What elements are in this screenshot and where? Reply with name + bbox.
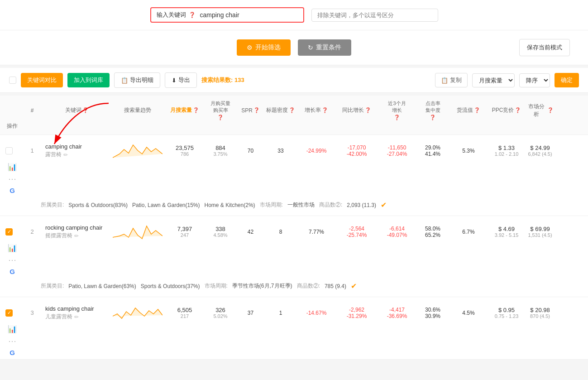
save-mode-button[interactable]: 保存当前模式 (519, 39, 570, 56)
row-2-actions: 📊 ⋯ G (5, 244, 19, 275)
keyword-cn-2: 摇摆露营椅 ✏ (45, 232, 109, 240)
row-3-data: 3 kids camping chair 儿童露营椅 ✏ 6,505 217 (0, 297, 588, 359)
reset-conditions-button[interactable]: ↻ 重置条件 (298, 39, 351, 56)
order-dropdown[interactable]: 降序 升序 (519, 73, 550, 87)
bar-chart-icon-2[interactable]: 📊 (8, 244, 17, 252)
row-1-categories: 所属类目: Sports & Outdoors(83%) Patio, Lawn… (0, 197, 588, 216)
google-icon-3[interactable]: G (10, 349, 15, 356)
confirm-button[interactable]: 确定 (555, 73, 579, 87)
more-icon-3[interactable]: ⋯ (8, 336, 16, 346)
table-header-row: # 关键词 ❓ 搜索量趋势 月搜索量 ❓ 月购买量购买率 ❓ SPR ❓ 标题密… (0, 96, 588, 135)
sort-by-dropdown[interactable]: 月搜索量 月购买量 增长率 (472, 73, 515, 87)
more-icon-1[interactable]: ⋯ (8, 174, 16, 184)
row-3-ppc: $ 0.95 0.75 - 1.23 (488, 307, 525, 319)
add-to-vocab-button[interactable]: 加入到词库 (67, 73, 110, 87)
filter-icon: ⚙ (247, 44, 253, 51)
table-row: 3 kids camping chair 儿童露营椅 ✏ 6,505 217 (0, 297, 588, 360)
reset-icon: ↻ (308, 44, 313, 51)
row-3-num: 3 (21, 309, 43, 316)
th-flow: 货流值 ❓ (450, 106, 487, 114)
row-3-search-vol: 6,505 217 (167, 307, 203, 319)
th-trend: 搜索量趋势 (110, 106, 165, 114)
keyword-cn-3: 儿童露营椅 ✏ (45, 313, 109, 321)
keyword-en-3[interactable]: kids camping chair (45, 305, 109, 313)
row-1-growth: -24.99% (298, 148, 335, 154)
verify-icon-1: ✔ (381, 201, 387, 209)
row-3-market: $ 20.98 870 (4.5) (526, 307, 554, 319)
edit-icon-2[interactable]: ✏ (74, 233, 79, 239)
row-1-checkbox[interactable] (5, 147, 19, 154)
th-title-density: 标题密度 ❓ (265, 106, 296, 114)
checkbox-1[interactable] (5, 147, 13, 154)
row-1-data: 1 camping chair 露营椅 ✏ 23,575 786 (0, 135, 588, 197)
start-filter-button[interactable]: ⚙ 开始筛选 (237, 39, 291, 56)
search-count-label: 搜索结果数: 133 (201, 76, 244, 84)
google-icon-1[interactable]: G (10, 187, 15, 194)
row-1-spr: 70 (238, 148, 263, 154)
exclude-keyword-box[interactable] (311, 9, 438, 22)
row-2-keyword: rocking camping chair 摇摆露营椅 ✏ (45, 224, 109, 240)
row-2-ppc: $ 4.69 3.92 - 5.15 (488, 226, 525, 238)
row-1-q3: -11,650 -27.04% (379, 144, 415, 157)
row-1-title-density: 33 (265, 148, 296, 154)
export-button[interactable]: ⬇ 导出 (165, 72, 197, 88)
more-icon-2[interactable]: ⋯ (8, 255, 16, 265)
row-3-growth: -14.67% (298, 310, 335, 316)
row-2-checkbox[interactable] (5, 228, 19, 236)
checkbox-2[interactable] (5, 228, 13, 236)
row-1-ppc: $ 1.33 1.02 - 2.10 (488, 144, 525, 157)
row-2-categories: 所属类目: Patio, Lawn & Garden(63%) Sports &… (0, 278, 588, 297)
th-keyword: 关键词 ❓ (45, 106, 109, 114)
filter-action-bar: ⚙ 开始筛选 ↻ 重置条件 保存当前模式 (0, 30, 588, 65)
keyword-en-1[interactable]: camping chair (45, 143, 109, 151)
bar-chart-icon-3[interactable]: 📊 (8, 325, 17, 333)
row-1-yoy: -17,070 -42.00% (336, 144, 377, 157)
row-2-trend (110, 221, 165, 242)
search-help-icon[interactable]: ❓ (189, 12, 196, 18)
edit-icon-3[interactable]: ✏ (74, 314, 79, 320)
select-all-checkbox[interactable] (9, 77, 16, 84)
row-2-click: 58.0% 65.2% (417, 226, 449, 238)
th-buy: 月购买量购买率 ❓ (205, 100, 236, 120)
sparkline-2 (113, 221, 163, 241)
export-detail-icon: 📋 (121, 77, 128, 84)
row-2-yoy: -2,564 -25.74% (336, 226, 377, 238)
exclude-input[interactable] (317, 12, 432, 19)
row-1-search-vol: 23,575 786 (167, 144, 203, 157)
results-table: # 关键词 ❓ 搜索量趋势 月搜索量 ❓ 月购买量购买率 ❓ SPR ❓ 标题密… (0, 96, 588, 360)
row-1-keyword: camping chair 露营椅 ✏ (45, 143, 109, 159)
row-3-trend (110, 303, 165, 323)
bar-chart-icon-1[interactable]: 📊 (8, 163, 17, 171)
copy-button[interactable]: 📋 复制 (435, 73, 468, 87)
th-growth: 增长率 ❓ (298, 106, 335, 114)
row-2-flow: 6.7% (450, 229, 487, 235)
keyword-cn-1: 露营椅 ✏ (45, 151, 109, 159)
google-icon-2[interactable]: G (10, 268, 15, 275)
row-3-buy: 326 5.02% (205, 307, 236, 319)
row-3-checkbox[interactable] (5, 309, 19, 317)
row-2-search-vol: 7,397 247 (167, 226, 203, 238)
th-click: 点击率集中度 ❓ (417, 100, 449, 120)
sparkline-3 (113, 303, 163, 322)
results-toolbar: 关键词对比 加入到词库 📋 导出明细 ⬇ 导出 搜索结果数: 133 📋 复制 … (0, 68, 588, 93)
keyword-en-2[interactable]: rocking camping chair (45, 224, 109, 232)
row-1-click: 29.0% 41.4% (417, 144, 449, 157)
action-bar-inner: ⚙ 开始筛选 ↻ 重置条件 保存当前模式 (9, 39, 579, 56)
keyword-compare-button[interactable]: 关键词对比 (21, 73, 63, 87)
row-2-buy: 338 4.58% (205, 226, 236, 238)
search-label: 输入关键词 (157, 11, 186, 19)
export-detail-button[interactable]: 📋 导出明细 (114, 72, 160, 88)
row-3-spr: 37 (238, 310, 263, 316)
keyword-search-box[interactable]: 输入关键词 ❓ (150, 7, 304, 23)
edit-icon-1[interactable]: ✏ (63, 152, 68, 158)
copy-icon: 📋 (441, 77, 448, 84)
row-1-flow: 5.3% (450, 148, 487, 154)
row-2-growth: 7.77% (298, 229, 335, 235)
export-icon: ⬇ (172, 77, 177, 84)
checkbox-3[interactable] (5, 309, 13, 317)
th-q3: 近3个月增长 ❓ (379, 100, 415, 120)
search-input[interactable] (200, 11, 298, 19)
row-2-title-density: 8 (265, 229, 296, 235)
row-3-flow: 4.5% (450, 310, 487, 316)
row-1-trend (110, 140, 165, 161)
